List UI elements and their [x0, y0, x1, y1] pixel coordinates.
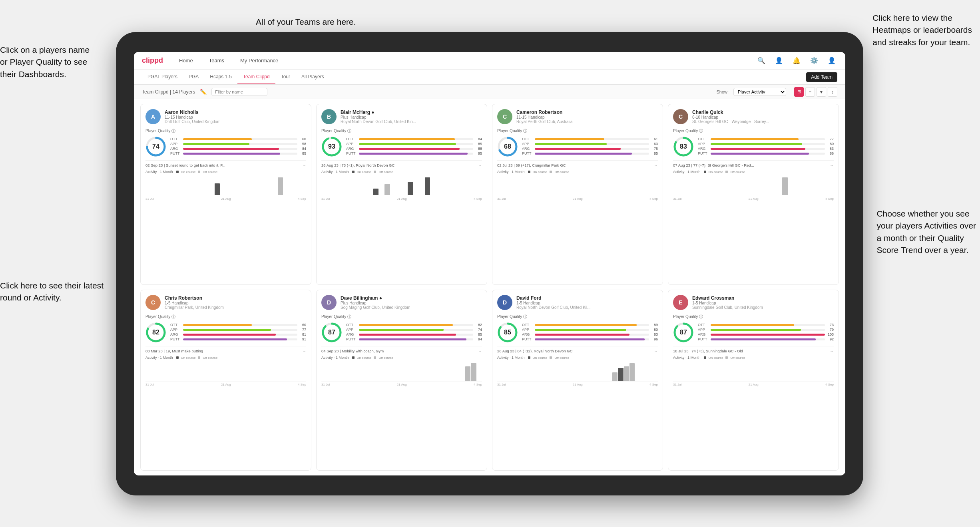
stat-row: OTT 82 — [346, 323, 482, 327]
quality-section: 82 OTT 60 APP 77 ARG — [145, 322, 306, 343]
player-name[interactable]: Aaron Nicholls — [165, 109, 306, 115]
stat-value: 79 — [827, 328, 834, 332]
nav-home[interactable]: Home — [176, 56, 196, 65]
activity-header: Activity · 1 Month On course Off course — [145, 356, 306, 360]
player-card[interactable]: D David Ford 1-5 Handicap Royal North De… — [492, 290, 663, 471]
chart-area — [145, 175, 306, 196]
filter-button[interactable]: ▼ — [817, 87, 826, 97]
player-name[interactable]: Dave Billingham ● — [341, 295, 482, 301]
tab-all-players[interactable]: All Players — [296, 71, 330, 84]
nav-my-performance[interactable]: My Performance — [237, 56, 281, 65]
player-info: Aaron Nicholls 11-15 Handicap Drift Golf… — [165, 109, 306, 124]
donut-chart[interactable]: 83 — [673, 136, 694, 157]
quality-score: 68 — [504, 143, 511, 150]
donut-chart[interactable]: 87 — [673, 322, 694, 343]
player-name[interactable]: Chris Robertson — [165, 295, 306, 301]
recent-round[interactable]: 03 Mar 23 | 19, Must make putting → — [145, 346, 306, 353]
player-card[interactable]: C Cameron Robertson 11-15 Handicap Royal… — [492, 104, 663, 285]
stat-value: 82 — [475, 323, 482, 327]
recent-round-text: 26 Aug 23 | 73 (+1), Royal North Devon G… — [321, 163, 394, 167]
stat-bar-fill — [535, 153, 632, 155]
chart-label: 4 Sep — [649, 383, 658, 386]
player-card[interactable]: C Chris Robertson 1-5 Handicap Craigmill… — [140, 290, 311, 471]
players-grid: A Aaron Nicholls 11-15 Handicap Drift Go… — [134, 99, 845, 475]
donut-chart[interactable]: 93 — [321, 136, 342, 157]
tab-team-clippd[interactable]: Team Clippd — [237, 71, 275, 84]
player-name[interactable]: Edward Crossman — [692, 295, 834, 301]
recent-round[interactable]: 26 Aug 23 | 73 (+1), Royal North Devon G… — [321, 160, 482, 167]
recent-round[interactable]: 26 Aug 23 | 84 (+12), Royal North Devon … — [497, 346, 658, 353]
donut-chart[interactable]: 87 — [321, 322, 342, 343]
tab-tour[interactable]: Tour — [275, 71, 296, 84]
grid-view-button[interactable]: ⊞ — [794, 87, 804, 97]
donut-chart[interactable]: 74 — [145, 136, 166, 157]
player-name[interactable]: Charlie Quick — [692, 109, 834, 115]
player-card[interactable]: C Charlie Quick 6-10 Handicap St. George… — [668, 104, 839, 285]
activity-title: Activity · 1 Month — [321, 356, 349, 360]
donut-chart[interactable]: 85 — [497, 322, 518, 343]
recent-round[interactable]: 02 Jul 23 | 59 (+17), Craigmillar Park G… — [497, 160, 658, 167]
on-course-dot — [176, 356, 179, 359]
search-input[interactable] — [211, 88, 267, 96]
quality-section: 93 OTT 84 APP 85 ARG — [321, 136, 482, 157]
stats-rows: OTT 77 APP 80 ARG 83 PU — [698, 137, 834, 156]
donut-chart[interactable]: 82 — [145, 322, 166, 343]
stat-bar-fill — [535, 138, 604, 140]
stat-row: ARG 83 — [698, 147, 834, 151]
chart-bars — [673, 175, 834, 196]
card-header: D David Ford 1-5 Handicap Royal North De… — [497, 295, 658, 310]
stat-bar-bg — [711, 338, 825, 340]
stat-row: APP 79 — [698, 328, 834, 332]
player-card[interactable]: B Blair McHarg ● Plus Handicap Royal Nor… — [316, 104, 487, 285]
stat-row: APP 80 — [522, 328, 658, 332]
chart-label: 21 Aug — [397, 197, 407, 201]
stat-value: 85 — [475, 332, 482, 336]
stat-value: 88 — [475, 147, 482, 151]
avatar-icon[interactable]: 👤 — [826, 55, 837, 66]
chart-bars — [321, 175, 482, 196]
edit-icon[interactable]: ✏️ — [200, 89, 207, 95]
donut-chart[interactable]: 68 — [497, 136, 518, 157]
chart-label: 31 Jul — [321, 383, 330, 386]
sort-button[interactable]: ↕ — [828, 87, 837, 97]
chart-bar — [624, 366, 629, 381]
show-select[interactable]: Player Activity Quality Score Trend — [733, 88, 786, 96]
player-card[interactable]: A Aaron Nicholls 11-15 Handicap Drift Go… — [140, 104, 311, 285]
logo[interactable]: clippd — [142, 56, 163, 65]
nav-teams[interactable]: Teams — [206, 56, 227, 65]
activity-section: Activity · 1 Month On course Off course … — [673, 356, 834, 386]
recent-round[interactable]: 07 Aug 23 | 77 (+7), St George's Hill GC… — [673, 160, 834, 167]
recent-round[interactable]: 02 Sep 23 | Sunset round to get back int… — [145, 160, 306, 167]
tab-pgat[interactable]: PGAT Players — [142, 71, 183, 84]
stat-row: APP 80 — [698, 142, 834, 146]
settings-icon[interactable]: ⚙️ — [809, 55, 820, 66]
bell-icon[interactable]: 🔔 — [791, 55, 802, 66]
add-team-button[interactable]: Add Team — [806, 72, 837, 82]
tab-pga[interactable]: PGA — [183, 71, 204, 84]
activity-legend: On course Off course — [176, 356, 218, 360]
activity-section: Activity · 1 Month On course Off course … — [497, 170, 658, 201]
on-course-label: On course — [357, 356, 372, 360]
player-name[interactable]: Blair McHarg ● — [341, 109, 482, 115]
stat-bar-fill — [359, 338, 466, 340]
player-card[interactable]: E Edward Crossman 1-5 Handicap Sunningda… — [668, 290, 839, 471]
chart-label: 21 Aug — [573, 197, 583, 201]
profile-icon[interactable]: 👤 — [773, 55, 785, 66]
tab-hcaps[interactable]: Hcaps 1-5 — [204, 71, 237, 84]
stat-value: 86 — [827, 151, 834, 155]
activity-legend: On course Off course — [528, 356, 570, 360]
activity-legend: On course Off course — [176, 170, 218, 174]
search-icon[interactable]: 🔍 — [756, 55, 767, 66]
player-name[interactable]: Cameron Robertson — [516, 109, 658, 115]
chart-bars — [145, 175, 306, 196]
stat-bar-bg — [535, 329, 649, 331]
chart-bar — [612, 372, 617, 381]
list-view-button[interactable]: ≡ — [805, 87, 815, 97]
recent-round[interactable]: 04 Sep 23 | Mobility with coach, Gym → — [321, 346, 482, 353]
player-name[interactable]: David Ford — [516, 295, 658, 301]
player-card[interactable]: D Dave Billingham ● Plus Handicap Sog Ma… — [316, 290, 487, 471]
recent-round[interactable]: 18 Jul 23 | 74 (+3), Sunningdale GC - Ol… — [673, 346, 834, 353]
stat-value: 61 — [651, 137, 658, 141]
stat-bar-fill — [183, 143, 249, 145]
stat-label: OTT — [522, 137, 533, 141]
